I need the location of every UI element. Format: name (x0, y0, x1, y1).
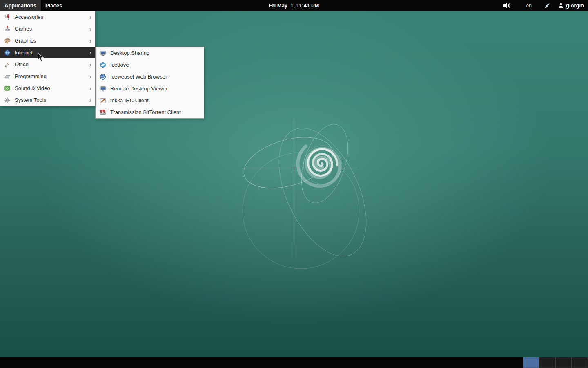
volume-icon[interactable] (503, 2, 512, 9)
accessories-icon (4, 14, 11, 20)
menu-item-label: Transmission BitTorrent Client (110, 109, 200, 115)
graphics-icon (4, 38, 11, 44)
menu-item-programming[interactable]: Programming› (0, 70, 95, 82)
username[interactable]: giorgio (566, 2, 584, 9)
system-tools-icon (4, 97, 11, 103)
sound-video-icon (4, 85, 11, 92)
submenu-item-desktop-sharing[interactable]: Desktop Sharing (96, 47, 204, 59)
submenu-arrow-icon: › (89, 97, 91, 103)
submenu-arrow-icon: › (89, 14, 91, 20)
menu-item-label: Internet (15, 49, 85, 56)
input-method-icon[interactable] (544, 2, 550, 9)
iceweasel-icon (100, 74, 106, 80)
submenu-item-icedove[interactable]: Icedove (96, 59, 204, 71)
submenu-item-remote-desktop-viewer[interactable]: Remote Desktop Viewer (96, 83, 204, 94)
submenu-item-tekka-irc-client[interactable]: tekka IRC Client (96, 94, 204, 106)
menu-item-system-tools[interactable]: System Tools› (0, 94, 95, 106)
games-icon (4, 26, 11, 32)
programming-icon (4, 73, 11, 80)
workspace-1[interactable] (523, 357, 539, 368)
menu-item-accessories[interactable]: Accessories› (0, 11, 95, 23)
submenu-item-iceweasel-web-browser[interactable]: Iceweasel Web Browser (96, 71, 204, 83)
menu-item-graphics[interactable]: Graphics› (0, 35, 95, 47)
menu-item-label: Games (15, 26, 85, 32)
menu-item-label: tekka IRC Client (110, 97, 200, 103)
menu-item-label: Icedove (110, 62, 200, 68)
bottom-panel (0, 357, 588, 368)
submenu-arrow-icon: › (89, 26, 91, 32)
places-menu-button[interactable]: Places (41, 0, 67, 11)
menu-item-label: Sound & Video (15, 85, 85, 91)
internet-submenu: Desktop Sharing Icedove Iceweasel Web Br… (95, 47, 204, 119)
menu-item-internet[interactable]: Internet› (0, 47, 95, 58)
workspace-switcher (523, 357, 588, 368)
submenu-arrow-icon: › (89, 38, 91, 44)
menu-item-sound-video[interactable]: Sound & Video› (0, 82, 95, 94)
submenu-arrow-icon: › (89, 73, 91, 79)
user-icon (558, 2, 564, 9)
transmission-icon (100, 109, 106, 116)
menu-item-label: Graphics (15, 38, 85, 44)
menu-item-games[interactable]: Games› (0, 23, 95, 35)
applications-menu: Accessories› Games› Graphics› Internet› … (0, 11, 95, 106)
workspace-3[interactable] (555, 357, 572, 368)
desktop-sharing-icon (100, 50, 106, 56)
irc-icon (100, 97, 106, 104)
clock[interactable]: Fri May 1, 11:41 PM (269, 2, 319, 9)
menu-item-label: System Tools (15, 97, 85, 103)
icedove-icon (100, 62, 106, 68)
menu-item-label: Iceweasel Web Browser (110, 74, 200, 80)
workspace-4[interactable] (572, 357, 588, 368)
office-icon (4, 61, 11, 68)
submenu-arrow-icon: › (89, 49, 91, 56)
menu-item-label: Accessories (15, 14, 85, 20)
submenu-arrow-icon: › (89, 85, 91, 91)
workspace-2[interactable] (539, 357, 555, 368)
menu-item-label: Programming (15, 73, 85, 79)
applications-menu-button[interactable]: Applications (0, 0, 41, 11)
remote-desktop-icon (100, 85, 106, 92)
menu-item-label: Remote Desktop Viewer (110, 85, 200, 92)
submenu-item-transmission-bittorrent-client[interactable]: Transmission BitTorrent Client (96, 106, 204, 118)
keyboard-layout-indicator[interactable]: en (526, 3, 532, 9)
menu-item-label: Desktop Sharing (110, 50, 200, 56)
submenu-arrow-icon: › (89, 61, 91, 67)
menu-item-label: Office (15, 61, 85, 67)
internet-icon (4, 49, 11, 56)
top-panel: Applications Places Fri May 1, 11:41 PM … (0, 0, 588, 11)
menu-item-office[interactable]: Office› (0, 58, 95, 70)
